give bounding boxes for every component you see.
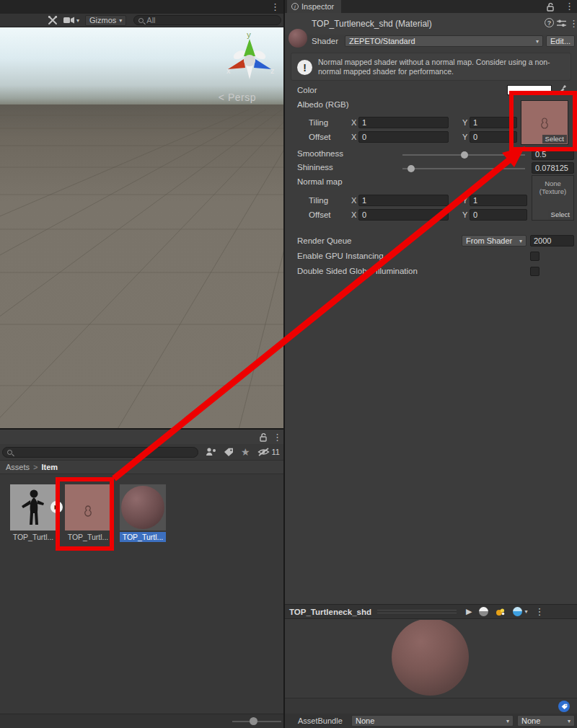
normal-map-texture-slot[interactable]: None (Texture) Select (532, 175, 574, 221)
render-queue-value-field[interactable]: 2000 (530, 235, 574, 247)
breadcrumb-root[interactable]: Assets (6, 463, 30, 471)
normal-map-label: Normal map (297, 177, 343, 186)
preview-drag-handle[interactable] (377, 610, 457, 613)
asset-label-selected[interactable]: TOP_Turtl... (120, 532, 166, 542)
edit-shader-button[interactable]: Edit... (546, 35, 575, 47)
material-preview-header[interactable]: TOP_Turtleneck_shd ▶ ▾ ⋮ (285, 604, 577, 619)
asset-thumbnail-fbx[interactable]: ▶ (10, 484, 56, 531)
normal-tiling-y-field[interactable]: 1 (470, 195, 527, 206)
unity-editor-window: ⋮ ▾ Gizmos ▾ All (0, 0, 577, 728)
scene-orientation-gizmo[interactable]: y x z (222, 29, 277, 91)
hidden-packages-toggle[interactable]: 11 (257, 448, 280, 456)
normal-offset-y-field[interactable]: 0 (470, 209, 527, 221)
camera-dropdown-arrow[interactable]: ▾ (76, 17, 79, 24)
x-axis-label: X (351, 118, 356, 127)
warning-icon: ! (297, 60, 312, 75)
inspector-tab-bar: i Inspector ⋮ (285, 0, 577, 13)
material-kebab-menu-icon[interactable]: ⋮ (569, 19, 577, 28)
camera-icon[interactable]: ▾ (63, 17, 79, 24)
y-axis-label: Y (462, 196, 467, 205)
preview-lighting-icon[interactable] (495, 607, 506, 617)
scene-tab-bar: ⋮ (0, 0, 283, 14)
project-search-row: ★ 11 (0, 444, 283, 460)
asset-bundle-dropdown[interactable]: None ▾ (351, 715, 514, 727)
tab-inspector[interactable]: i Inspector (287, 0, 341, 13)
albedo-label: Albedo (RGB) (297, 100, 349, 109)
double-sided-gi-label: Double Sided Global Illumination (297, 267, 418, 275)
normal-select-button[interactable]: Select (548, 210, 573, 219)
shader-warning-box: ! Normal mapped shader without a normal … (291, 53, 571, 81)
shininess-slider-track[interactable] (402, 168, 525, 169)
offset-label: Offset (309, 133, 330, 141)
project-asset-grid[interactable]: ▶ TOP_Turtl... TOP_Turtl... TOP_Turtl... (0, 474, 283, 714)
lock-icon[interactable] (259, 432, 268, 442)
tiling-label: Tiling (309, 118, 328, 127)
render-queue-dropdown[interactable]: From Shader ▾ (462, 235, 527, 247)
preview-play-icon[interactable]: ▶ (466, 607, 472, 616)
shader-row: Shader ZEPETO/Standard ▾ Edit... (285, 35, 577, 48)
preview-environment-icon[interactable]: ▾ (513, 607, 527, 616)
shader-label: Shader (312, 37, 338, 45)
scene-toolbar: ▾ Gizmos ▾ All (0, 14, 283, 27)
smoothness-label: Smoothness (297, 149, 343, 158)
search-by-type-icon[interactable] (206, 447, 216, 457)
shader-value: ZEPETO/Standard (349, 37, 415, 45)
normal-none-line1: None (532, 179, 573, 187)
help-icon[interactable]: ? (545, 18, 554, 27)
y-axis-label: Y (462, 118, 467, 127)
asset-label-bar (285, 698, 577, 714)
svg-text:x: x (226, 66, 231, 75)
asset-label[interactable]: TOP_Turtl... (10, 532, 56, 542)
asset-bundle-label: AssetBundle (298, 716, 343, 725)
offset-label: Offset (309, 210, 330, 219)
persp-toggle[interactable]: < Persp (219, 92, 256, 103)
scene-search-text: All (146, 16, 155, 25)
breadcrumb-current[interactable]: Item (41, 463, 58, 471)
preview-kebab-menu-icon[interactable]: ⋮ (534, 607, 544, 616)
albedo-tiling-x-field[interactable]: 1 (358, 117, 449, 128)
inspector-tab-label: Inspector (301, 2, 334, 11)
render-queue-dropdown-arrow: ▾ (519, 238, 522, 244)
project-kebab-menu-icon[interactable]: ⋮ (273, 432, 282, 442)
hidden-count: 11 (272, 448, 280, 456)
smoothness-slider-knob[interactable] (461, 151, 468, 159)
asset-thumbnail-material[interactable] (120, 484, 166, 531)
shininess-value-field[interactable]: 0.078125 (532, 162, 574, 174)
preview-shape-icon[interactable] (479, 607, 488, 616)
breadcrumb-separator: > (33, 463, 38, 471)
persp-label-text: Persp (228, 92, 256, 103)
albedo-offset-x-field[interactable]: 0 (358, 131, 449, 143)
warning-text: Normal mapped shader without a normal ma… (318, 58, 556, 76)
scene-view[interactable]: y x z < Persp (0, 27, 283, 429)
scene-kebab-menu-icon[interactable]: ⋮ (270, 2, 280, 12)
x-axis-label: X (351, 210, 356, 219)
normal-offset-x-field[interactable]: 0 (358, 209, 449, 221)
shader-dropdown[interactable]: ZEPETO/Standard ▾ (345, 35, 543, 47)
tools-icon[interactable] (48, 15, 58, 25)
x-axis-label: X (351, 133, 356, 141)
inspector-kebab-menu-icon[interactable]: ⋮ (565, 1, 574, 11)
asset-bundle-variant-value: None (521, 716, 540, 725)
render-queue-mode: From Shader (466, 236, 512, 245)
lock-icon[interactable] (546, 2, 555, 12)
asset-bundle-variant-dropdown[interactable]: None ▾ (517, 715, 575, 727)
tiling-label: Tiling (309, 196, 328, 205)
project-search-input[interactable] (2, 447, 198, 458)
double-sided-gi-checkbox[interactable] (530, 267, 539, 276)
thumbnail-size-slider[interactable] (250, 717, 257, 725)
material-preview-area[interactable] (285, 620, 577, 698)
presets-icon[interactable] (557, 19, 566, 27)
gpu-instancing-checkbox[interactable] (530, 252, 539, 261)
shininess-slider-knob[interactable] (408, 165, 415, 172)
shader-dropdown-arrow: ▾ (536, 38, 539, 45)
normal-tiling-x-field[interactable]: 1 (358, 195, 449, 206)
favorites-star-icon[interactable]: ★ (241, 447, 250, 457)
scene-search-input[interactable]: All (133, 15, 281, 25)
search-by-label-icon[interactable] (224, 448, 234, 457)
label-tag-icon[interactable] (558, 701, 570, 712)
material-sphere (121, 486, 164, 529)
shininess-label: Shininess (297, 163, 333, 172)
material-title: TOP_Turtleneck_shd (Material) (312, 19, 432, 29)
annotation-box-albedo (509, 91, 577, 151)
gizmos-dropdown[interactable]: Gizmos ▾ (85, 15, 126, 26)
